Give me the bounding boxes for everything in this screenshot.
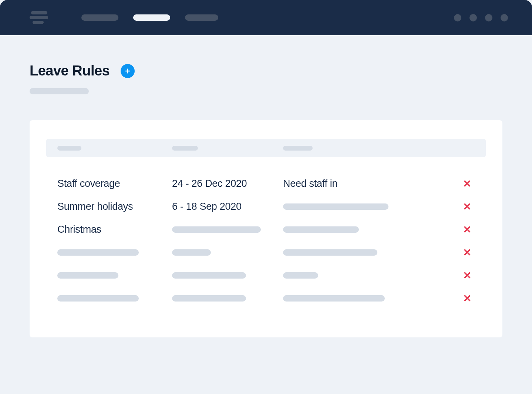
close-icon bbox=[463, 248, 471, 256]
cell-placeholder bbox=[57, 295, 139, 302]
delete-rule-button[interactable] bbox=[462, 247, 473, 258]
table-row: Christmas bbox=[57, 218, 475, 241]
table-row: Staff coverage24 - 26 Dec 2020Need staff… bbox=[57, 172, 475, 195]
cell-placeholder bbox=[172, 226, 261, 233]
table-row bbox=[57, 287, 475, 310]
cell-placeholder bbox=[172, 272, 246, 279]
close-icon bbox=[463, 225, 471, 233]
window-dot[interactable] bbox=[485, 14, 492, 21]
delete-rule-button[interactable] bbox=[462, 270, 473, 281]
cell-placeholder bbox=[283, 226, 359, 233]
window-dot[interactable] bbox=[454, 14, 461, 21]
rule-name: Christmas bbox=[57, 224, 101, 235]
cell-placeholder bbox=[172, 295, 246, 302]
close-icon bbox=[463, 271, 471, 279]
column-header-placeholder bbox=[57, 146, 81, 151]
rule-name: Summer holidays bbox=[57, 201, 133, 212]
add-rule-button[interactable] bbox=[121, 64, 135, 78]
plus-icon bbox=[124, 68, 131, 74]
main-nav bbox=[81, 14, 218, 21]
nav-item[interactable] bbox=[81, 14, 118, 21]
table-row: Summer holidays6 - 18 Sep 2020 bbox=[57, 195, 475, 218]
rule-date-range: 24 - 26 Dec 2020 bbox=[172, 178, 247, 189]
cell-placeholder bbox=[283, 272, 318, 279]
window-dot[interactable] bbox=[501, 14, 508, 21]
subtitle-placeholder bbox=[30, 88, 89, 94]
page-title: Leave Rules bbox=[30, 63, 110, 79]
rules-card: Staff coverage24 - 26 Dec 2020Need staff… bbox=[30, 120, 502, 337]
column-header-placeholder bbox=[283, 146, 313, 151]
cell-placeholder bbox=[172, 249, 211, 256]
delete-rule-button[interactable] bbox=[462, 178, 473, 189]
cell-placeholder bbox=[57, 249, 139, 256]
table-body: Staff coverage24 - 26 Dec 2020Need staff… bbox=[46, 172, 486, 310]
close-icon bbox=[463, 179, 471, 188]
rule-description: Need staff in bbox=[283, 178, 337, 189]
nav-item-active[interactable] bbox=[133, 14, 170, 21]
table-row bbox=[57, 264, 475, 287]
close-icon bbox=[463, 202, 471, 211]
table-row bbox=[57, 241, 475, 264]
top-bar bbox=[0, 0, 532, 35]
page-content: Leave Rules Staff coverage24 - 26 D bbox=[0, 35, 532, 337]
nav-item[interactable] bbox=[185, 14, 218, 21]
window-controls bbox=[454, 14, 508, 21]
rule-name: Staff coverage bbox=[57, 178, 120, 189]
app-window: Leave Rules Staff coverage24 - 26 D bbox=[0, 0, 532, 394]
cell-placeholder bbox=[283, 203, 388, 210]
window-dot[interactable] bbox=[469, 14, 477, 21]
rule-date-range: 6 - 18 Sep 2020 bbox=[172, 201, 242, 212]
cell-placeholder bbox=[57, 272, 118, 279]
delete-rule-button[interactable] bbox=[462, 224, 473, 235]
cell-placeholder bbox=[283, 249, 377, 256]
delete-rule-button[interactable] bbox=[462, 201, 473, 212]
close-icon bbox=[463, 294, 471, 302]
column-header-placeholder bbox=[172, 146, 198, 151]
page-header: Leave Rules bbox=[30, 63, 502, 79]
table-header bbox=[46, 139, 486, 157]
delete-rule-button[interactable] bbox=[462, 293, 473, 304]
cell-placeholder bbox=[283, 295, 385, 302]
app-logo bbox=[30, 11, 48, 24]
